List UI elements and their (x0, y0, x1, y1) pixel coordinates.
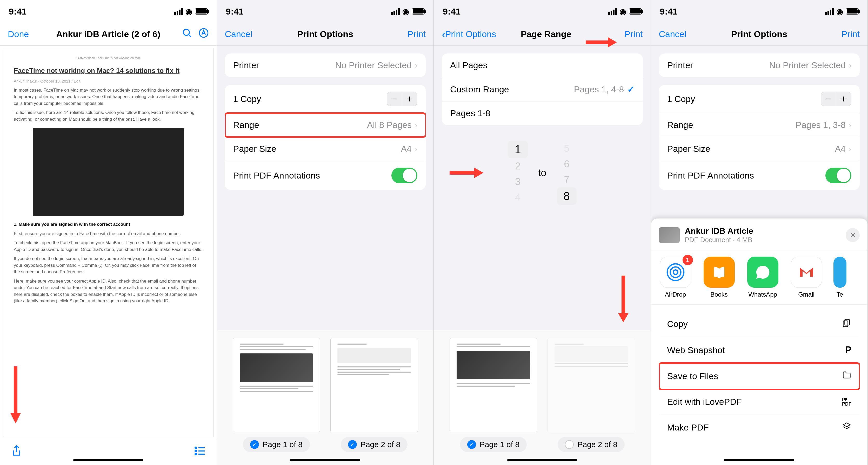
home-indicator (724, 459, 794, 461)
thumb-page-1[interactable]: ✓Page 1 of 8 (450, 338, 537, 452)
plus-icon[interactable]: + (836, 92, 851, 106)
app-telegram-partial[interactable]: Te (833, 257, 846, 298)
nav-bar: Done Ankur iDB Article (2 of 6) (0, 23, 217, 46)
thumb-page-1[interactable]: ✓Page 1 of 8 (233, 338, 320, 452)
check-icon[interactable]: ✓ (250, 440, 259, 449)
all-pages-cell[interactable]: All Pages (442, 54, 643, 77)
status-icons: ◉ (825, 7, 859, 16)
action-copy[interactable]: Copy (659, 311, 860, 337)
app-airdrop[interactable]: 1 AirDrop (659, 257, 692, 298)
thumbnails-icon[interactable] (194, 445, 206, 460)
doc-paragraph: If you do not see the login screen, that… (14, 255, 203, 275)
paper-size-cell[interactable]: Paper Size A4› (659, 137, 860, 161)
app-gmail[interactable]: Gmail (790, 257, 823, 298)
action-make-pdf[interactable]: Make PDF (659, 414, 860, 441)
doc-byline: Ankur Thakur · October 18, 2021 / Edit (14, 78, 203, 84)
copies-stepper[interactable]: −+ (387, 92, 417, 106)
chevron-right-icon: › (415, 144, 417, 153)
printer-cell[interactable]: Printer No Printer Selected› (659, 54, 860, 77)
svg-point-7 (195, 450, 196, 452)
app-books[interactable]: Books (703, 257, 736, 298)
status-icons: ◉ (391, 7, 425, 16)
thumb-page-2[interactable]: ✓Page 2 of 8 (330, 338, 418, 452)
printer-group: Printer No Printer Selected› (659, 54, 860, 77)
action-label: Save to Files (667, 371, 718, 381)
range-group: All Pages Custom Range Pages 1, 4-8✓ Pag… (442, 54, 643, 125)
to-picker[interactable]: 567 8 (557, 141, 577, 205)
back-button[interactable]: ‹Print Options (442, 29, 496, 40)
action-save-to-files[interactable]: Save to Files (659, 363, 860, 390)
action-label: Edit with iLovePDF (667, 397, 742, 407)
annotations-toggle[interactable] (826, 168, 851, 183)
print-button[interactable]: Print (407, 29, 426, 39)
action-ilovepdf[interactable]: Edit with iLovePDF I❤PDF (659, 390, 860, 414)
svg-rect-21 (843, 321, 848, 327)
app-label: AirDrop (665, 291, 686, 298)
check-icon[interactable]: ✓ (348, 440, 357, 449)
annotations-label: Print PDF Annotations (233, 170, 320, 180)
app-whatsapp[interactable]: WhatsApp (746, 257, 779, 298)
svg-point-17 (673, 270, 678, 274)
options-group: 1 Copy −+ Range All 8 Pages› Paper Size … (225, 85, 426, 190)
plus-icon[interactable]: + (402, 92, 417, 106)
to-value: 8 (557, 187, 577, 205)
search-icon[interactable] (182, 28, 192, 40)
svg-point-18 (670, 267, 681, 278)
annotations-cell: Print PDF Annotations (659, 161, 860, 190)
chevron-right-icon: › (415, 121, 417, 130)
all-pages-label: All Pages (450, 60, 488, 70)
svg-marker-16 (618, 313, 628, 322)
markup-icon[interactable] (198, 28, 209, 40)
signal-icon (174, 8, 183, 15)
check-off-icon[interactable] (565, 440, 574, 449)
file-subtitle: PDF Document · 4 MB (685, 236, 841, 244)
minus-icon[interactable]: − (387, 92, 402, 106)
doc-paragraph: To check this, open the FaceTime app on … (14, 239, 203, 253)
page-picker[interactable]: 1 234 to 567 8 (434, 141, 651, 205)
doc-heading: 1. Make sure you are signed in with the … (14, 221, 203, 228)
annotation-arrow-right (586, 36, 617, 49)
screen-print-options: 9:41 ◉ Cancel Print Options Print Printe… (217, 0, 434, 465)
printer-cell[interactable]: Printer No Printer Selected› (225, 54, 426, 77)
home-indicator (507, 459, 577, 461)
wifi-icon: ︎◉ (185, 7, 192, 16)
close-icon[interactable]: ✕ (846, 228, 860, 242)
check-icon[interactable]: ✓ (467, 440, 476, 449)
annotations-label: Print PDF Annotations (667, 170, 754, 180)
thumb-page-2[interactable]: Page 2 of 8 (548, 338, 635, 452)
status-time: 9:41 (9, 6, 27, 16)
share-sheet: Ankur iDB Article PDF Document · 4 MB ✕ … (651, 219, 868, 465)
paper-size-cell[interactable]: Paper Size A4› (225, 137, 426, 161)
annotations-toggle[interactable] (392, 168, 417, 183)
cancel-button[interactable]: Cancel (659, 29, 686, 39)
printer-label: Printer (233, 60, 259, 70)
page-thumbnails: ✓Page 1 of 8 ✓Page 2 of 8 (217, 330, 434, 465)
doc-paragraph: To fix this issue, here are 14 reliable … (14, 109, 203, 123)
document-preview[interactable]: 14 fixes when FaceTime is not working on… (3, 48, 214, 437)
done-button[interactable]: Done (8, 29, 29, 39)
app-label: Books (710, 291, 728, 298)
cancel-button[interactable]: Cancel (225, 29, 252, 39)
action-web-snapshot[interactable]: Web Snapshot P (659, 337, 860, 363)
print-button[interactable]: Print (625, 29, 643, 39)
share-apps-row[interactable]: 1 AirDrop Books WhatsApp Gmail (651, 250, 868, 305)
paper-value: A4 (401, 144, 412, 154)
screen-share-sheet: 9:41 ◉ Cancel Print Options Print Printe… (651, 0, 868, 465)
status-bar: 9:41 ◉ (217, 0, 434, 23)
share-icon[interactable] (10, 445, 23, 460)
minus-icon[interactable]: − (821, 92, 836, 106)
range-cell[interactable]: Range Pages 1, 3-8› (659, 113, 860, 137)
paper-label: Paper Size (233, 144, 276, 154)
nav-title: Print Options (706, 29, 813, 39)
custom-range-cell[interactable]: Custom Range Pages 1, 4-8✓ (442, 77, 643, 101)
home-indicator (290, 459, 360, 461)
pages-cell[interactable]: Pages 1-8 (442, 101, 643, 125)
range-cell[interactable]: Range All 8 Pages› (225, 113, 426, 137)
copies-cell: 1 Copy −+ (659, 85, 860, 113)
print-button[interactable]: Print (841, 29, 860, 39)
to-label: to (538, 167, 547, 178)
doc-hero-image (33, 128, 184, 216)
copies-stepper[interactable]: −+ (821, 92, 851, 106)
svg-rect-20 (845, 320, 849, 325)
from-picker[interactable]: 1 234 (508, 141, 527, 205)
